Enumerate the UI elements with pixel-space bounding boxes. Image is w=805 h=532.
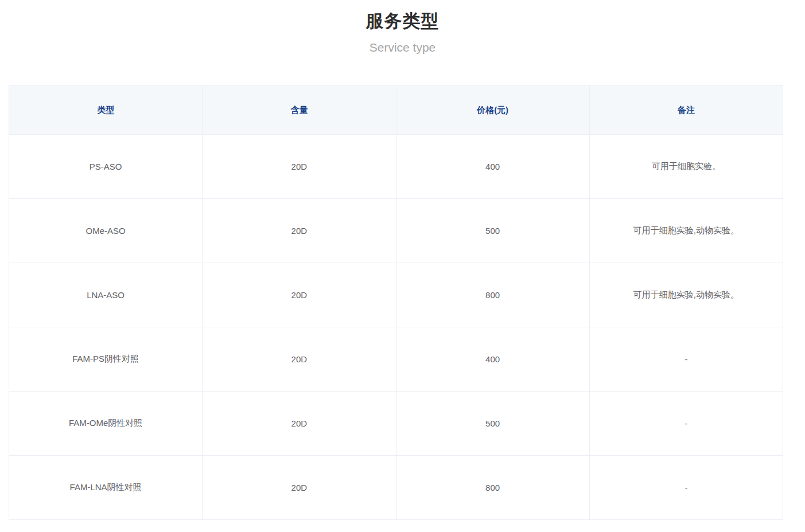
column-header-amount: 含量 (203, 86, 396, 135)
cell-amount: 20D (203, 392, 396, 456)
cell-price: 800 (396, 456, 589, 520)
table-row: OMe-ASO 20D 500 可用于细胞实验,动物实验。 (9, 199, 783, 263)
cell-price: 500 (396, 199, 589, 263)
cell-amount: 20D (203, 199, 396, 263)
table-row: FAM-OMe阴性对照 20D 500 - (9, 392, 783, 456)
cell-amount: 20D (203, 135, 396, 199)
cell-remark: - (589, 392, 783, 456)
table-container: 类型 含量 价格(元) 备注 PS-ASO 20D 400 可用于细胞实验。 O… (9, 85, 805, 520)
service-type-table: 类型 含量 价格(元) 备注 PS-ASO 20D 400 可用于细胞实验。 O… (9, 85, 783, 520)
table-row: FAM-LNA阴性对照 20D 800 - (9, 456, 783, 520)
table-header-row: 类型 含量 价格(元) 备注 (9, 86, 783, 135)
cell-type: LNA-ASO (9, 263, 203, 327)
cell-type: OMe-ASO (9, 199, 203, 263)
column-header-price: 价格(元) (396, 86, 589, 135)
cell-remark: 可用于细胞实验。 (589, 135, 783, 199)
cell-type: FAM-OMe阴性对照 (9, 392, 203, 456)
cell-type: FAM-LNA阴性对照 (9, 456, 203, 520)
cell-amount: 20D (203, 456, 396, 520)
cell-price: 800 (396, 263, 589, 327)
cell-remark: - (589, 327, 783, 392)
cell-price: 400 (396, 135, 589, 199)
table-row: LNA-ASO 20D 800 可用于细胞实验,动物实验。 (9, 263, 783, 327)
cell-amount: 20D (203, 327, 396, 392)
table-row: FAM-PS阴性对照 20D 400 - (9, 327, 783, 392)
page: 服务类型 Service type 类型 含量 价格(元) 备注 PS-ASO … (0, 0, 805, 532)
cell-remark: - (589, 456, 783, 520)
cell-type: PS-ASO (9, 135, 203, 199)
column-header-type: 类型 (9, 86, 203, 135)
cell-remark: 可用于细胞实验,动物实验。 (589, 263, 783, 327)
cell-amount: 20D (203, 263, 396, 327)
cell-price: 400 (396, 327, 589, 392)
table-row: PS-ASO 20D 400 可用于细胞实验。 (9, 135, 783, 199)
cell-price: 500 (396, 392, 589, 456)
page-subtitle: Service type (0, 41, 805, 54)
cell-remark: 可用于细胞实验,动物实验。 (589, 199, 783, 263)
cell-type: FAM-PS阴性对照 (9, 327, 203, 392)
column-header-remark: 备注 (589, 86, 783, 135)
page-title: 服务类型 (0, 9, 805, 33)
